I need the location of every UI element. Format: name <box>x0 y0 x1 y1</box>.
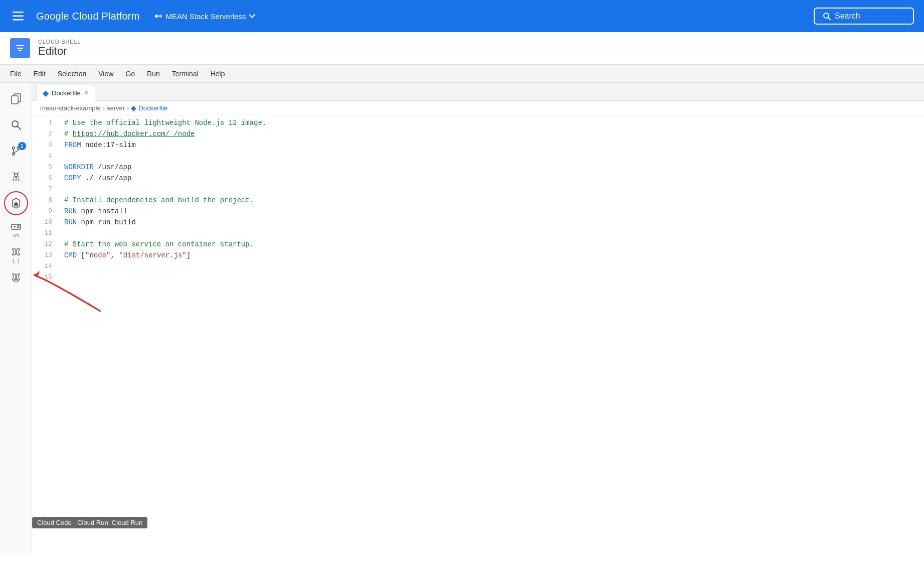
tab-dot: ◆ <box>43 88 49 98</box>
menu-selection[interactable]: Selection <box>52 67 93 81</box>
svg-point-10 <box>12 121 18 127</box>
cloud-shell-icon <box>10 38 30 58</box>
search-icon <box>823 12 831 20</box>
app-header: CLOUD SHELL Editor <box>0 32 924 65</box>
api-label: API <box>12 233 20 238</box>
code-lines: # Use the official lightweight Node.js 1… <box>56 117 924 552</box>
svg-marker-25 <box>16 249 20 255</box>
svg-rect-9 <box>12 96 18 104</box>
top-navbar: Google Cloud Platform MEAN Stack Serverl… <box>0 0 924 32</box>
tab-close-button[interactable]: ✕ <box>84 89 89 96</box>
cloud-code-2-label: [...] <box>13 258 19 263</box>
source-control-badge: 1 <box>18 142 26 150</box>
tab-bar: ◆ Dockerfile ✕ <box>32 83 924 101</box>
svg-point-15 <box>15 174 18 177</box>
menu-file[interactable]: File <box>4 67 28 81</box>
code-line-5: WORKDIR /usr/app <box>64 162 916 173</box>
svg-point-12 <box>12 147 15 150</box>
code-line-14 <box>64 261 916 272</box>
breadcrumb-sep-1: › <box>103 104 105 112</box>
header-title: Editor <box>38 45 81 58</box>
debug-icon <box>10 171 22 183</box>
line-numbers: 1 2 3 4 5 6 7 8 9 10 11 12 13 14 15 <box>32 117 56 552</box>
api-icon <box>11 221 22 232</box>
menu-edit[interactable]: Edit <box>28 67 52 81</box>
menu-go[interactable]: Go <box>119 67 141 81</box>
tab-filename: Dockerfile <box>52 89 81 97</box>
breadcrumb: mean-stack-example › server › ◆ Dockerfi… <box>32 101 924 115</box>
menu-run[interactable]: Run <box>141 67 166 81</box>
svg-rect-1 <box>13 16 24 17</box>
code-line-7 <box>64 184 916 195</box>
header-subtitle: CLOUD SHELL <box>38 39 81 45</box>
project-name: MEAN Stack Serverless <box>166 12 246 21</box>
code-editor[interactable]: 1 2 3 4 5 6 7 8 9 10 11 12 13 14 15 # Us… <box>32 115 924 554</box>
sidebar-item-debug[interactable] <box>4 165 28 189</box>
svg-marker-20 <box>14 226 16 228</box>
menu-help[interactable]: Help <box>205 67 231 81</box>
sidebar-item-cloud-run[interactable] <box>4 191 28 215</box>
svg-point-28 <box>15 279 18 282</box>
hamburger-menu[interactable] <box>10 8 26 24</box>
sidebar-item-explorer[interactable] <box>4 87 28 111</box>
svg-point-4 <box>159 15 162 18</box>
cloud-code-3-icon <box>11 271 22 283</box>
code-line-13: CMD ["node", "dist/server.js"] <box>64 250 916 261</box>
code-line-1: # Use the official lightweight Node.js 1… <box>64 117 916 128</box>
sidebar-item-search[interactable] <box>4 113 28 137</box>
code-line-12: # Start the web service on container sta… <box>64 239 916 250</box>
sidebar-item-cloud-code-2[interactable]: [...] <box>9 244 24 265</box>
code-line-2: # https://hub.docker.com/_/node <box>64 128 916 139</box>
docker-link[interactable]: https://hub.docker.com/_/node <box>73 130 195 138</box>
menu-terminal[interactable]: Terminal <box>166 67 205 81</box>
app-title: Google Cloud Platform <box>36 11 140 22</box>
breadcrumb-file-icon: ◆ <box>131 104 136 112</box>
code-line-10: RUN npm run build <box>64 217 916 228</box>
cloud-run-tooltip: Cloud Code - Cloud Run: Cloud Run <box>32 517 147 528</box>
sidebar-item-api[interactable]: API <box>9 219 24 240</box>
code-line-11 <box>64 228 916 239</box>
sidebar-item-source-control[interactable]: 1 <box>4 139 28 163</box>
project-selector[interactable]: MEAN Stack Serverless <box>150 10 259 23</box>
cloud-run-icon <box>9 196 23 210</box>
editor-area: ◆ Dockerfile ✕ mean-stack-example › serv… <box>32 83 924 554</box>
search-icon-sidebar <box>11 119 22 130</box>
svg-marker-24 <box>13 249 16 255</box>
svg-rect-2 <box>13 19 24 21</box>
dropdown-icon <box>249 14 255 18</box>
tab-dockerfile[interactable]: ◆ Dockerfile ✕ <box>36 85 95 101</box>
svg-point-3 <box>155 15 158 18</box>
sidebar-item-cloud-code-3[interactable] <box>9 269 24 285</box>
breadcrumb-sep-2: › <box>127 104 129 112</box>
breadcrumb-server: server <box>107 104 125 112</box>
menu-bar: File Edit Selection View Go Run Terminal… <box>0 65 924 83</box>
menu-view[interactable]: View <box>92 67 119 81</box>
code-line-3: FROM node:17-slim <box>64 139 916 151</box>
code-line-9: RUN npm install <box>64 206 916 217</box>
breadcrumb-filename: Dockerfile <box>138 104 167 112</box>
breadcrumb-root: mean-stack-example <box>40 104 101 112</box>
search-label: Search <box>835 12 860 21</box>
svg-line-7 <box>828 18 830 20</box>
cloud-code-2-icon <box>11 246 22 257</box>
code-line-8: # Install dependencies and build the pro… <box>64 195 916 206</box>
project-icon <box>154 12 163 21</box>
code-line-15 <box>64 272 916 283</box>
code-line-6: COPY ./ /usr/app <box>64 173 916 184</box>
search-button[interactable]: Search <box>814 8 914 25</box>
sidebar: 1 Cloud Code - Cloud Run: Cloud Run <box>0 83 32 554</box>
code-line-4 <box>64 151 916 162</box>
header-text: CLOUD SHELL Editor <box>38 39 81 58</box>
copy-icon <box>11 93 22 104</box>
main-content: 1 Cloud Code - Cloud Run: Cloud Run <box>0 83 924 554</box>
svg-rect-0 <box>13 12 24 13</box>
svg-line-11 <box>18 126 21 129</box>
